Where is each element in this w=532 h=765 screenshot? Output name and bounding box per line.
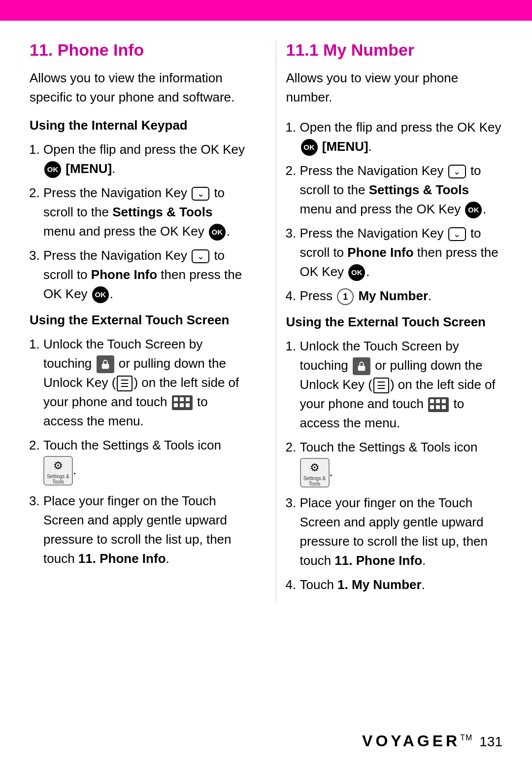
ok-key-icon-3: OK [92, 286, 109, 303]
grid-dots-icon-r [428, 397, 449, 412]
nav-key-icon: ⌄ [192, 187, 209, 201]
list-item: Open the flip and press the OK Key OK [M… [43, 140, 246, 178]
list-item: Press the Navigation Key ⌄ to scroll to … [300, 224, 503, 281]
ok-key-icon-r1: OK [301, 139, 318, 156]
subsection-external-touch-left-title: Using the External Touch Screen [30, 313, 246, 328]
unlock-key-icon-r: ☰ [373, 378, 389, 393]
list-item: Press the Navigation Key ⌄ to scroll to … [43, 183, 246, 241]
svg-rect-0 [101, 364, 109, 369]
internal-keypad-steps: Open the flip and press the OK Key OK [M… [43, 140, 246, 304]
my-number-main-steps: Open the flip and press the OK Key OK [M… [300, 118, 503, 306]
ok-key-icon-r3: OK [348, 264, 365, 281]
brand-name: VOYAGERTM [362, 732, 472, 750]
list-item: Open the flip and press the OK Key OK [M… [300, 118, 503, 156]
right-column: 11.1 My Number Allows you to view your p… [276, 40, 503, 603]
external-touch-right-steps: Unlock the Touch Screen by touching or p… [300, 337, 503, 594]
list-item: Place your finger on the Touch Screen an… [43, 491, 246, 568]
left-section-intro: Allows you to view the information speci… [30, 69, 246, 107]
right-section-intro: Allows you to view your phone number. [286, 69, 503, 107]
nav-key-icon-3: ⌄ [192, 249, 209, 263]
right-section-title: 11.1 My Number [286, 40, 503, 60]
list-item: Touch the Settings & Tools icon ⚙ Settin… [43, 436, 246, 487]
footer: VOYAGERTM 131 [362, 732, 502, 750]
ok-key-icon: OK [44, 161, 61, 178]
list-item: Touch the Settings & Tools icon ⚙ Settin… [300, 438, 503, 488]
svg-rect-1 [358, 366, 366, 371]
subsection-external-touch-right-title: Using the External Touch Screen [286, 314, 503, 330]
num-1-key-icon: 1 [337, 288, 354, 305]
list-item: Press the Navigation Key ⌄ to scroll to … [43, 246, 246, 304]
list-item: Unlock the Touch Screen by touching or p… [43, 335, 246, 431]
ok-key-icon-r2: OK [465, 202, 482, 218]
nav-key-icon-r2: ⌄ [448, 227, 466, 241]
left-column: 11. Phone Info Allows you to view the in… [30, 40, 256, 603]
nav-key-icon-r1: ⌄ [448, 165, 466, 178]
unlock-key-icon: ☰ [117, 376, 133, 391]
left-section-title: 11. Phone Info [30, 40, 246, 60]
list-item: Touch 1. My Number. [300, 575, 503, 594]
page-number: 131 [479, 734, 502, 750]
grid-dots-icon [172, 395, 193, 410]
header-bar [0, 0, 532, 21]
subsection-internal-keypad-title: Using the Internal Keypad [30, 118, 246, 133]
list-item: Press 1 My Number. [300, 286, 503, 306]
list-item: Unlock the Touch Screen by touching or p… [300, 337, 503, 433]
list-item: Press the Navigation Key ⌄ to scroll to … [300, 161, 503, 219]
ok-key-icon-2: OK [209, 224, 226, 241]
settings-tools-icon: ⚙ Settings &Tools [43, 456, 73, 486]
external-touch-left-steps: Unlock the Touch Screen by touching or p… [43, 335, 246, 568]
trademark-symbol: TM [460, 733, 472, 742]
list-item: Place your finger on the Touch Screen an… [300, 493, 503, 570]
settings-tools-icon-r: ⚙ Settings &Tools [300, 458, 330, 487]
lock-touch-icon-r [353, 357, 370, 375]
lock-touch-icon [97, 355, 114, 373]
